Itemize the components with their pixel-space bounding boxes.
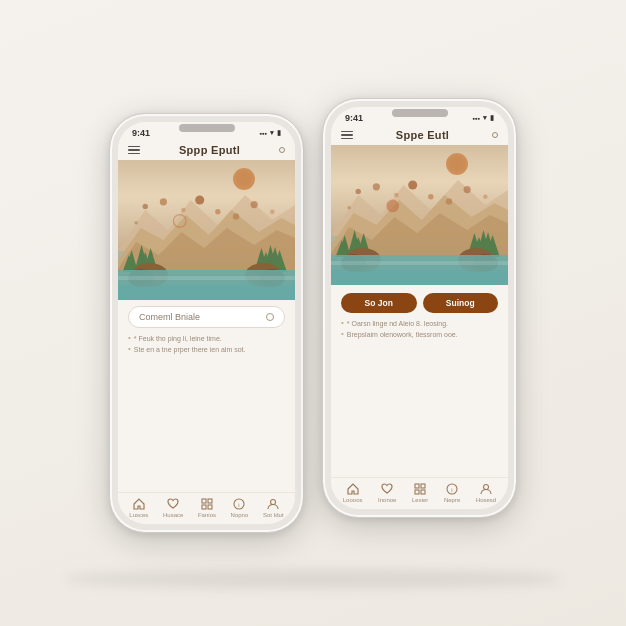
- svg-rect-31: [202, 505, 206, 509]
- home-icon-right: [346, 482, 360, 496]
- mountains-svg-right: [331, 145, 508, 285]
- nav-label-3-left: Fanios: [198, 512, 216, 518]
- info-icon-right: i: [445, 482, 459, 496]
- svg-rect-66: [421, 484, 425, 488]
- svg-point-71: [484, 485, 489, 490]
- nav-label-5-left: Sot Idut: [263, 512, 284, 518]
- nav-item-3-left[interactable]: Fanios: [198, 497, 216, 518]
- battery-icon-left: ▮: [277, 129, 281, 137]
- svg-rect-67: [415, 490, 419, 494]
- heart-icon-left: [166, 497, 180, 511]
- nav-item-2-left[interactable]: Husace: [163, 497, 183, 518]
- nav-label-4-left: Nopno: [231, 512, 249, 518]
- svg-rect-18: [118, 276, 295, 280]
- phone-left: 9:41 ▪▪▪ ▾ ▮ Sppp Eputl: [109, 113, 304, 533]
- wifi-icon-right: ▾: [483, 114, 487, 122]
- search-text-left: Comeml Bniale: [139, 312, 260, 322]
- svg-rect-54: [331, 261, 508, 265]
- signal-icon-left: ▪▪▪: [260, 130, 267, 137]
- battery-icon-right: ▮: [490, 114, 494, 122]
- phone-inner-left: 9:41 ▪▪▪ ▾ ▮ Sppp Eputl: [118, 122, 295, 524]
- phone-right: 9:41 ▪▪▪ ▾ ▮ Sppe Eutl: [322, 98, 517, 518]
- mountains-svg-left: [118, 160, 295, 300]
- nav-label-2-left: Husace: [163, 512, 183, 518]
- grid-icon-left: [200, 497, 214, 511]
- nav-item-4-left[interactable]: i Nopno: [231, 497, 249, 518]
- hero-bg-right: [331, 145, 508, 285]
- svg-text:i: i: [239, 502, 240, 508]
- nav-label-1-right: Loooos: [343, 497, 363, 503]
- desc-bullet-2-right: Brepslaim olenowork, tlessrom ooe.: [341, 330, 498, 340]
- bottom-nav-right: Loooos Inonoe Lesier i: [331, 477, 508, 509]
- home-icon-left: [132, 497, 146, 511]
- svg-rect-32: [208, 505, 212, 509]
- nav-label-4-right: Nepre: [444, 497, 460, 503]
- status-icons-left: ▪▪▪ ▾ ▮: [260, 129, 281, 137]
- app-header-right: Sppe Eutl: [331, 125, 508, 145]
- nav-item-1-left[interactable]: Lusces: [129, 497, 148, 518]
- app-content-left: Comeml Bniale * Feuk tho ping li, leine …: [118, 300, 295, 492]
- status-icons-right: ▪▪▪ ▾ ▮: [473, 114, 494, 122]
- svg-text:i: i: [451, 487, 452, 493]
- nav-label-2-right: Inonoe: [378, 497, 396, 503]
- svg-rect-30: [208, 499, 212, 503]
- hero-bg-left: [118, 160, 295, 300]
- search-circle-left: [266, 313, 274, 321]
- user-icon-left: [266, 497, 280, 511]
- phone-notch-left: [179, 124, 235, 132]
- wifi-icon-left: ▾: [270, 129, 274, 137]
- heart-icon-right: [380, 482, 394, 496]
- svg-rect-17: [118, 270, 295, 300]
- info-icon-left: i: [232, 497, 246, 511]
- nav-item-5-right[interactable]: Hosesd: [476, 482, 496, 503]
- action-buttons-right: So Jon Suinog: [341, 293, 498, 313]
- nav-item-4-right[interactable]: i Nepre: [444, 482, 460, 503]
- scene: 9:41 ▪▪▪ ▾ ▮ Sppp Eputl: [0, 0, 626, 626]
- hero-image-left: [118, 160, 295, 300]
- svg-point-35: [271, 500, 276, 505]
- nav-item-3-right[interactable]: Lesier: [412, 482, 428, 503]
- hero-image-right: [331, 145, 508, 285]
- phone-notch-right: [392, 109, 448, 117]
- desc-text-right: * Oarsn linge nd Aleio 8. leosing. Breps…: [341, 319, 498, 341]
- app-title-left: Sppp Eputl: [179, 144, 240, 156]
- status-time-left: 9:41: [132, 128, 150, 138]
- grid-icon-right: [413, 482, 427, 496]
- status-time-right: 9:41: [345, 113, 363, 123]
- app-content-right: So Jon Suinog * Oarsn linge nd Aleio 8. …: [331, 285, 508, 477]
- svg-rect-65: [415, 484, 419, 488]
- primary-button-right[interactable]: So Jon: [341, 293, 417, 313]
- svg-rect-53: [331, 255, 508, 285]
- desc-bullet-1-right: * Oarsn linge nd Aleio 8. leosing.: [341, 319, 498, 329]
- desc-bullet-2-left: Ste en a tne prper there ien alm sot.: [128, 345, 285, 355]
- nav-item-1-right[interactable]: Loooos: [343, 482, 363, 503]
- hamburger-icon-right[interactable]: [341, 131, 353, 140]
- bottom-nav-left: Lusces Husace Fanios i: [118, 492, 295, 524]
- hamburger-icon-left[interactable]: [128, 146, 140, 155]
- secondary-button-right[interactable]: Suinog: [423, 293, 499, 313]
- svg-rect-29: [202, 499, 206, 503]
- header-dot-right: [492, 132, 498, 138]
- desc-bullet-1-left: * Feuk tho ping li, leine time.: [128, 334, 285, 344]
- nav-item-2-right[interactable]: Inonoe: [378, 482, 396, 503]
- nav-item-5-left[interactable]: Sot Idut: [263, 497, 284, 518]
- svg-rect-68: [421, 490, 425, 494]
- user-icon-right: [479, 482, 493, 496]
- app-title-right: Sppe Eutl: [396, 129, 449, 141]
- desc-text-left: * Feuk tho ping li, leine time. Ste en a…: [128, 334, 285, 356]
- nav-label-1-left: Lusces: [129, 512, 148, 518]
- phone-inner-right: 9:41 ▪▪▪ ▾ ▮ Sppe Eutl: [331, 107, 508, 509]
- nav-label-5-right: Hosesd: [476, 497, 496, 503]
- header-dot-left: [279, 147, 285, 153]
- signal-icon-right: ▪▪▪: [473, 115, 480, 122]
- search-bar-left[interactable]: Comeml Bniale: [128, 306, 285, 328]
- app-header-left: Sppp Eputl: [118, 140, 295, 160]
- nav-label-3-right: Lesier: [412, 497, 428, 503]
